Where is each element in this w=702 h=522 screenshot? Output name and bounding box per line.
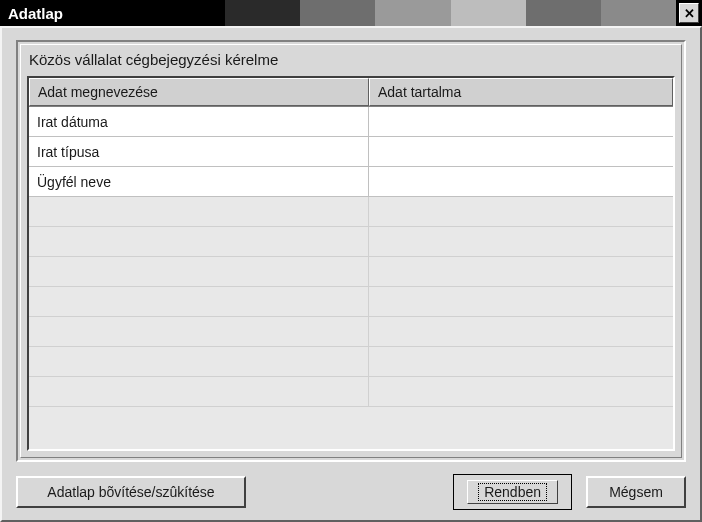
cell-value[interactable] <box>369 107 673 136</box>
cell-name: Irat dátuma <box>29 107 369 136</box>
content-groupbox: Közös vállalat cégbejegyzési kérelme Ada… <box>16 40 686 462</box>
titlebar-gradient <box>150 0 676 26</box>
button-bar: Adatlap bõvítése/szûkítése Rendben Mégse… <box>16 462 686 510</box>
table-row[interactable]: Ügyfél neve <box>29 167 673 197</box>
close-icon: ✕ <box>684 7 695 20</box>
table-row[interactable]: Irat dátuma <box>29 107 673 137</box>
table-row-empty <box>29 257 673 287</box>
content-groupbox-inner: Közös vállalat cégbejegyzési kérelme Ada… <box>20 44 682 458</box>
table-header: Adat megnevezése Adat tartalma <box>29 78 673 107</box>
ok-button[interactable]: Rendben <box>453 474 572 510</box>
cancel-button[interactable]: Mégsem <box>586 476 686 508</box>
window-body: Közös vállalat cégbejegyzési kérelme Ada… <box>0 26 702 522</box>
cell-value[interactable] <box>369 167 673 196</box>
table-row-empty <box>29 197 673 227</box>
table-row-empty <box>29 377 673 407</box>
table-row-empty <box>29 227 673 257</box>
cell-name: Ügyfél neve <box>29 167 369 196</box>
data-table: Adat megnevezése Adat tartalma Irat dátu… <box>27 76 675 451</box>
titlebar: Adatlap ✕ <box>0 0 702 26</box>
subtitle: Közös vállalat cégbejegyzési kérelme <box>21 45 681 76</box>
table-row-empty <box>29 347 673 377</box>
window-title: Adatlap <box>0 5 63 22</box>
expand-collapse-button[interactable]: Adatlap bõvítése/szûkítése <box>16 476 246 508</box>
column-header-value[interactable]: Adat tartalma <box>369 78 673 106</box>
table-row[interactable]: Irat típusa <box>29 137 673 167</box>
column-header-name[interactable]: Adat megnevezése <box>29 78 369 106</box>
table-row-empty <box>29 317 673 347</box>
table-body: Irat dátuma Irat típusa Ügyfél neve <box>29 107 673 449</box>
cell-name: Irat típusa <box>29 137 369 166</box>
table-row-empty <box>29 287 673 317</box>
close-button[interactable]: ✕ <box>679 3 699 23</box>
cell-value[interactable] <box>369 137 673 166</box>
